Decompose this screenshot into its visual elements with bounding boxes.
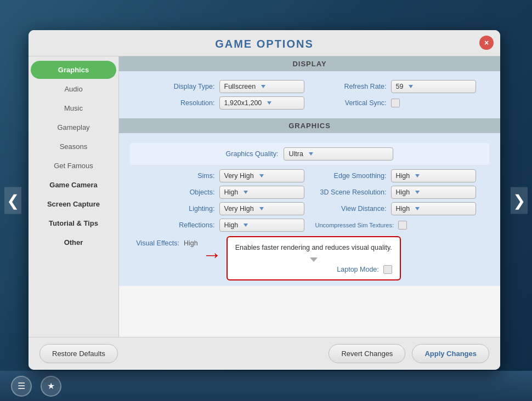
- vertical-sync-checkbox[interactable]: [391, 99, 400, 107]
- modal-title: Game Options: [215, 38, 314, 50]
- resolution-col: Resolution: 1,920x1,200: [130, 96, 304, 110]
- sidebar-item-music[interactable]: Music: [31, 99, 116, 117]
- lighting-dropdown[interactable]: Very High: [219, 202, 304, 215]
- lighting-label: Lighting:: [166, 205, 215, 213]
- objects-label: Objects:: [166, 188, 215, 196]
- tooltip-laptop-box: Enables faster rendering and reduces vis…: [227, 236, 401, 280]
- modal-title-bar: Game Options ×: [29, 30, 500, 56]
- tooltip-text: Enables faster rendering and reduces vis…: [235, 243, 392, 253]
- edge-smoothing-dropdown[interactable]: High: [391, 169, 476, 182]
- dropdown-arrow-reflections: [244, 224, 248, 227]
- refresh-rate-col: Refresh Rate: 59: [315, 80, 490, 93]
- graphics-settings: Graphics Quality: Ultra Sims: Very High: [119, 133, 500, 286]
- refresh-rate-dropdown[interactable]: 59: [391, 80, 476, 93]
- bottom-icon-1[interactable]: ☰: [11, 376, 32, 397]
- uncompressed-label: Uncompressed Sim Textures:: [315, 222, 394, 228]
- bottom-icon-2[interactable]: ★: [41, 376, 61, 397]
- sims-dropdown[interactable]: Very High: [219, 169, 304, 182]
- reflections-col: Reflections: High: [130, 219, 304, 232]
- visual-effects-value: High: [184, 239, 198, 247]
- close-button[interactable]: ×: [479, 36, 494, 50]
- modal-body: Graphics Audio Music Gameplay Seasons Ge…: [29, 56, 500, 337]
- lighting-view-row: Lighting: Very High View Distance: High: [130, 202, 489, 215]
- nav-arrow-right[interactable]: ❯: [511, 187, 528, 214]
- refresh-rate-label: Refresh Rate:: [315, 83, 387, 90]
- sims-label: Sims:: [166, 172, 215, 180]
- sidebar-item-screen-capture[interactable]: Screen Capture: [31, 195, 116, 213]
- graphics-quality-row: Graphics Quality: Ultra: [130, 143, 489, 165]
- dropdown-arrow-edge: [415, 174, 420, 177]
- bottom-bar: ☰ ★: [0, 371, 532, 401]
- dropdown-arrow-resolution: [267, 101, 271, 105]
- red-arrow-container: →: [202, 236, 222, 265]
- display-type-label: Display Type:: [166, 83, 215, 90]
- uncompressed-checkbox[interactable]: [398, 221, 407, 230]
- edge-smoothing-label: Edge Smoothing:: [315, 172, 387, 180]
- graphics-quality-dropdown[interactable]: Ultra: [284, 147, 393, 161]
- objects-dropdown[interactable]: High: [219, 186, 304, 199]
- apply-changes-button[interactable]: Apply Changes: [412, 344, 489, 363]
- vsync-col: Vertical Sync:: [315, 99, 490, 107]
- laptop-mode-checkbox[interactable]: [383, 265, 392, 274]
- display-settings: Display Type: Fullscreen Refresh Rate: 5…: [119, 71, 500, 118]
- sidebar-item-tutorial-tips[interactable]: Tutorial & Tips: [31, 214, 116, 232]
- visual-effects-left: Visual Effects: High: [130, 236, 198, 247]
- graphics-section-header: Graphics: [119, 118, 500, 133]
- restore-defaults-button[interactable]: Restore Defaults: [39, 344, 118, 363]
- red-arrow-icon: →: [202, 245, 222, 265]
- visual-effects-label: Visual Effects:: [130, 239, 179, 247]
- caret-icon: [310, 257, 318, 262]
- visual-effects-row: Visual Effects: High → Enables faster re…: [130, 236, 489, 280]
- view-distance-label: View Distance:: [315, 205, 387, 213]
- laptop-mode-label: Laptop Mode:: [308, 266, 379, 273]
- nav-arrow-left[interactable]: ❮: [4, 187, 21, 214]
- resolution-label: Resolution:: [166, 99, 215, 107]
- sims-col: Sims: Very High: [130, 169, 304, 182]
- uncompressed-col: Uncompressed Sim Textures:: [315, 221, 490, 230]
- scene-res-dropdown[interactable]: High: [391, 186, 476, 199]
- view-distance-col: View Distance: High: [315, 202, 490, 215]
- modal-footer: Restore Defaults Revert Changes Apply Ch…: [29, 337, 500, 370]
- dropdown-arrow-lighting: [259, 207, 264, 210]
- lighting-col: Lighting: Very High: [130, 202, 304, 215]
- dropdown-arrow-sims: [259, 174, 264, 177]
- edge-smoothing-col: Edge Smoothing: High: [315, 169, 490, 182]
- graphics-quality-label: Graphics Quality:: [226, 150, 279, 158]
- display-section-header: Display: [119, 56, 500, 71]
- settings-content: Display Display Type: Fullscreen Refresh…: [119, 56, 500, 337]
- sidebar-item-other[interactable]: Other: [31, 233, 116, 251]
- display-type-dropdown[interactable]: Fullscreen: [219, 80, 304, 93]
- reflections-dropdown[interactable]: High: [219, 219, 304, 232]
- resolution-dropdown[interactable]: 1,920x1,200: [219, 96, 304, 110]
- dropdown-arrow-quality: [309, 152, 313, 156]
- sims-edge-row: Sims: Very High Edge Smoothing: High: [130, 169, 489, 182]
- dropdown-arrow-refresh: [409, 85, 413, 88]
- dropdown-arrow-view-dist: [415, 207, 420, 210]
- display-type-refresh-row: Display Type: Fullscreen Refresh Rate: 5…: [130, 80, 489, 93]
- sidebar-item-audio[interactable]: Audio: [31, 80, 116, 98]
- scene-res-col: 3D Scene Resolution: High: [315, 186, 490, 199]
- vertical-sync-label: Vertical Sync:: [315, 99, 387, 107]
- reflections-label: Reflections:: [166, 221, 215, 229]
- dropdown-arrow-display-type: [261, 85, 265, 88]
- sidebar-item-game-camera[interactable]: Game Camera: [31, 176, 116, 194]
- objects-col: Objects: High: [130, 186, 304, 199]
- sidebar-item-seasons[interactable]: Seasons: [31, 138, 116, 156]
- revert-changes-button[interactable]: Revert Changes: [329, 344, 405, 363]
- sidebar-item-gameplay[interactable]: Gameplay: [31, 118, 116, 136]
- scene-res-label: 3D Scene Resolution:: [315, 188, 387, 196]
- sidebar: Graphics Audio Music Gameplay Seasons Ge…: [29, 56, 119, 337]
- view-distance-dropdown[interactable]: High: [391, 202, 476, 215]
- dropdown-arrow-scene: [415, 191, 420, 194]
- objects-scene-row: Objects: High 3D Scene Resolution: High: [130, 186, 489, 199]
- dropdown-arrow-objects: [244, 191, 248, 194]
- display-type-col: Display Type: Fullscreen: [130, 80, 304, 93]
- sidebar-item-get-famous[interactable]: Get Famous: [31, 157, 116, 175]
- reflections-uncompressed-row: Reflections: High Uncompressed Sim Textu…: [130, 219, 489, 232]
- sidebar-item-graphics[interactable]: Graphics: [31, 61, 116, 79]
- tooltip-caret: [235, 257, 392, 262]
- resolution-vsync-row: Resolution: 1,920x1,200 Vertical Sync:: [130, 96, 489, 110]
- game-options-modal: Game Options × Graphics Audio Music Game…: [29, 30, 500, 370]
- laptop-mode-row: Laptop Mode:: [235, 265, 392, 274]
